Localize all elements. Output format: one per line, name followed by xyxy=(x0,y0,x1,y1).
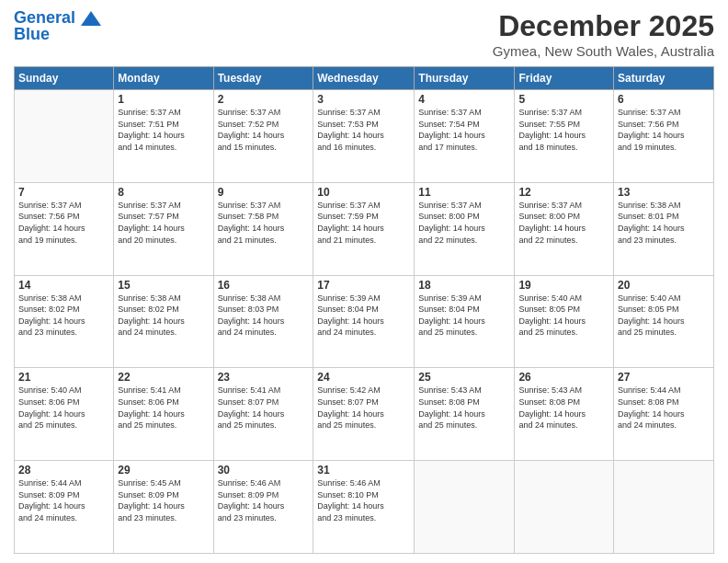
day-info: Sunrise: 5:45 AM Sunset: 8:09 PM Dayligh… xyxy=(118,477,209,523)
day-number: 12 xyxy=(518,186,609,199)
day-number: 2 xyxy=(218,93,310,106)
day-info: Sunrise: 5:38 AM Sunset: 8:02 PM Dayligh… xyxy=(18,293,109,339)
day-info: Sunrise: 5:37 AM Sunset: 7:56 PM Dayligh… xyxy=(618,107,710,153)
day-info: Sunrise: 5:46 AM Sunset: 8:09 PM Dayligh… xyxy=(218,477,310,523)
logo-icon xyxy=(81,11,101,26)
calendar-cell: 29Sunrise: 5:45 AM Sunset: 8:09 PM Dayli… xyxy=(114,461,213,554)
day-number: 23 xyxy=(218,371,310,384)
calendar-cell: 21Sunrise: 5:40 AM Sunset: 8:06 PM Dayli… xyxy=(15,368,114,461)
day-number: 18 xyxy=(418,279,510,292)
day-info: Sunrise: 5:37 AM Sunset: 7:54 PM Dayligh… xyxy=(418,107,510,153)
day-info: Sunrise: 5:37 AM Sunset: 7:59 PM Dayligh… xyxy=(317,200,410,246)
day-info: Sunrise: 5:40 AM Sunset: 8:05 PM Dayligh… xyxy=(518,293,609,339)
day-number: 20 xyxy=(618,279,710,292)
day-info: Sunrise: 5:37 AM Sunset: 7:53 PM Dayligh… xyxy=(317,107,410,153)
calendar-cell: 27Sunrise: 5:44 AM Sunset: 8:08 PM Dayli… xyxy=(614,368,714,461)
day-number: 15 xyxy=(118,279,209,292)
calendar-header-saturday: Saturday xyxy=(614,67,714,90)
day-number: 29 xyxy=(118,464,209,477)
logo-general: General xyxy=(14,8,75,27)
calendar-cell: 19Sunrise: 5:40 AM Sunset: 8:05 PM Dayli… xyxy=(515,275,614,368)
calendar-cell: 4Sunrise: 5:37 AM Sunset: 7:54 PM Daylig… xyxy=(415,90,515,183)
svg-marker-0 xyxy=(81,11,101,26)
day-number: 22 xyxy=(118,371,209,384)
calendar-cell: 25Sunrise: 5:43 AM Sunset: 8:08 PM Dayli… xyxy=(415,368,515,461)
day-info: Sunrise: 5:44 AM Sunset: 8:09 PM Dayligh… xyxy=(18,477,109,523)
calendar-cell: 8Sunrise: 5:37 AM Sunset: 7:57 PM Daylig… xyxy=(114,182,213,275)
day-info: Sunrise: 5:37 AM Sunset: 7:58 PM Dayligh… xyxy=(218,200,310,246)
day-number: 10 xyxy=(317,186,410,199)
day-number: 27 xyxy=(618,371,710,384)
day-info: Sunrise: 5:39 AM Sunset: 8:04 PM Dayligh… xyxy=(317,293,410,339)
calendar-cell: 14Sunrise: 5:38 AM Sunset: 8:02 PM Dayli… xyxy=(15,275,114,368)
calendar-week-3: 14Sunrise: 5:38 AM Sunset: 8:02 PM Dayli… xyxy=(15,275,714,368)
day-number: 19 xyxy=(518,279,609,292)
day-number: 4 xyxy=(418,93,510,106)
day-info: Sunrise: 5:39 AM Sunset: 8:04 PM Dayligh… xyxy=(418,293,510,339)
day-info: Sunrise: 5:43 AM Sunset: 8:08 PM Dayligh… xyxy=(418,385,510,431)
calendar-cell xyxy=(614,461,714,554)
calendar-cell: 24Sunrise: 5:42 AM Sunset: 8:07 PM Dayli… xyxy=(313,368,415,461)
day-number: 17 xyxy=(317,279,410,292)
day-info: Sunrise: 5:37 AM Sunset: 7:56 PM Dayligh… xyxy=(18,200,109,246)
calendar-week-4: 21Sunrise: 5:40 AM Sunset: 8:06 PM Dayli… xyxy=(15,368,714,461)
page: General Blue December 2025 Gymea, New So… xyxy=(0,0,728,563)
day-number: 9 xyxy=(218,186,310,199)
day-info: Sunrise: 5:38 AM Sunset: 8:02 PM Dayligh… xyxy=(118,293,209,339)
calendar-header-thursday: Thursday xyxy=(415,67,515,90)
calendar-week-1: 1Sunrise: 5:37 AM Sunset: 7:51 PM Daylig… xyxy=(15,90,714,183)
day-info: Sunrise: 5:37 AM Sunset: 7:52 PM Dayligh… xyxy=(218,107,310,153)
calendar-cell: 13Sunrise: 5:38 AM Sunset: 8:01 PM Dayli… xyxy=(614,182,714,275)
calendar-header-monday: Monday xyxy=(114,67,213,90)
calendar-cell: 20Sunrise: 5:40 AM Sunset: 8:05 PM Dayli… xyxy=(614,275,714,368)
day-number: 14 xyxy=(18,279,109,292)
day-number: 8 xyxy=(118,186,209,199)
day-number: 31 xyxy=(317,464,410,477)
day-info: Sunrise: 5:42 AM Sunset: 8:07 PM Dayligh… xyxy=(317,385,410,431)
day-number: 5 xyxy=(518,93,609,106)
day-number: 11 xyxy=(418,186,510,199)
day-number: 24 xyxy=(317,371,410,384)
day-info: Sunrise: 5:46 AM Sunset: 8:10 PM Dayligh… xyxy=(317,477,410,523)
calendar-cell: 7Sunrise: 5:37 AM Sunset: 7:56 PM Daylig… xyxy=(15,182,114,275)
day-info: Sunrise: 5:37 AM Sunset: 8:00 PM Dayligh… xyxy=(418,200,510,246)
calendar-header-wednesday: Wednesday xyxy=(313,67,415,90)
day-info: Sunrise: 5:37 AM Sunset: 8:00 PM Dayligh… xyxy=(518,200,609,246)
day-info: Sunrise: 5:37 AM Sunset: 7:51 PM Dayligh… xyxy=(118,107,209,153)
calendar-week-2: 7Sunrise: 5:37 AM Sunset: 7:56 PM Daylig… xyxy=(15,182,714,275)
calendar-cell: 30Sunrise: 5:46 AM Sunset: 8:09 PM Dayli… xyxy=(213,461,313,554)
page-title: December 2025 xyxy=(493,9,714,43)
day-number: 16 xyxy=(218,279,310,292)
calendar-cell: 16Sunrise: 5:38 AM Sunset: 8:03 PM Dayli… xyxy=(213,275,313,368)
day-info: Sunrise: 5:40 AM Sunset: 8:05 PM Dayligh… xyxy=(618,293,710,339)
calendar-cell xyxy=(515,461,614,554)
day-number: 21 xyxy=(18,371,109,384)
calendar-cell: 5Sunrise: 5:37 AM Sunset: 7:55 PM Daylig… xyxy=(515,90,614,183)
calendar-header-row: SundayMondayTuesdayWednesdayThursdayFrid… xyxy=(15,67,714,90)
day-info: Sunrise: 5:37 AM Sunset: 7:57 PM Dayligh… xyxy=(118,200,209,246)
calendar-cell: 10Sunrise: 5:37 AM Sunset: 7:59 PM Dayli… xyxy=(313,182,415,275)
calendar-cell: 26Sunrise: 5:43 AM Sunset: 8:08 PM Dayli… xyxy=(515,368,614,461)
calendar-cell: 1Sunrise: 5:37 AM Sunset: 7:51 PM Daylig… xyxy=(114,90,213,183)
calendar-header-tuesday: Tuesday xyxy=(213,67,313,90)
day-number: 26 xyxy=(518,371,609,384)
calendar-cell: 15Sunrise: 5:38 AM Sunset: 8:02 PM Dayli… xyxy=(114,275,213,368)
page-subtitle: Gymea, New South Wales, Australia xyxy=(493,43,714,59)
day-info: Sunrise: 5:40 AM Sunset: 8:06 PM Dayligh… xyxy=(18,385,109,431)
day-info: Sunrise: 5:37 AM Sunset: 7:55 PM Dayligh… xyxy=(518,107,609,153)
calendar-cell: 6Sunrise: 5:37 AM Sunset: 7:56 PM Daylig… xyxy=(614,90,714,183)
calendar-cell: 28Sunrise: 5:44 AM Sunset: 8:09 PM Dayli… xyxy=(15,461,114,554)
calendar-cell: 12Sunrise: 5:37 AM Sunset: 8:00 PM Dayli… xyxy=(515,182,614,275)
day-number: 1 xyxy=(118,93,209,106)
logo-blue: Blue xyxy=(14,26,101,44)
day-number: 25 xyxy=(418,371,510,384)
day-info: Sunrise: 5:38 AM Sunset: 8:03 PM Dayligh… xyxy=(218,293,310,339)
calendar-cell: 2Sunrise: 5:37 AM Sunset: 7:52 PM Daylig… xyxy=(213,90,313,183)
day-number: 30 xyxy=(218,464,310,477)
header: General Blue December 2025 Gymea, New So… xyxy=(14,9,714,59)
calendar-cell: 31Sunrise: 5:46 AM Sunset: 8:10 PM Dayli… xyxy=(313,461,415,554)
calendar-header-friday: Friday xyxy=(515,67,614,90)
day-info: Sunrise: 5:44 AM Sunset: 8:08 PM Dayligh… xyxy=(618,385,710,431)
calendar-cell: 11Sunrise: 5:37 AM Sunset: 8:00 PM Dayli… xyxy=(415,182,515,275)
day-info: Sunrise: 5:38 AM Sunset: 8:01 PM Dayligh… xyxy=(618,200,710,246)
